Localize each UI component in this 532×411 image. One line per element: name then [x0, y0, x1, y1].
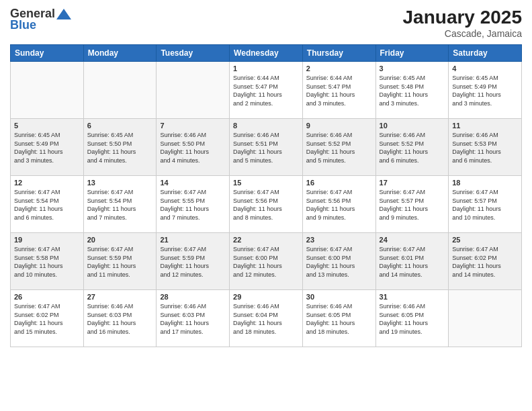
- cell-info: Sunrise: 6:47 AM Sunset: 5:57 PM Dayligh…: [452, 188, 518, 222]
- cell-info: Sunrise: 6:47 AM Sunset: 6:01 PM Dayligh…: [380, 245, 445, 279]
- cell-info: Sunrise: 6:46 AM Sunset: 6:03 PM Dayligh…: [160, 302, 226, 336]
- week-row-4: 19Sunrise: 6:47 AM Sunset: 5:58 PM Dayli…: [11, 233, 522, 290]
- calendar-cell: 7Sunrise: 6:46 AM Sunset: 5:50 PM Daylig…: [157, 119, 230, 176]
- day-number: 24: [380, 236, 445, 244]
- cell-info: Sunrise: 6:47 AM Sunset: 5:57 PM Dayligh…: [380, 188, 445, 222]
- day-number: 2: [306, 64, 372, 73]
- header-wednesday: Wednesday: [230, 45, 303, 62]
- day-number: 30: [306, 293, 372, 301]
- calendar-cell: 30Sunrise: 6:46 AM Sunset: 6:05 PM Dayli…: [302, 290, 375, 347]
- day-number: 18: [452, 179, 518, 187]
- calendar-cell: 5Sunrise: 6:45 AM Sunset: 5:49 PM Daylig…: [11, 119, 84, 176]
- calendar-cell: 4Sunrise: 6:45 AM Sunset: 5:49 PM Daylig…: [449, 62, 522, 119]
- calendar-cell: [83, 62, 157, 119]
- cell-info: Sunrise: 6:47 AM Sunset: 5:56 PM Dayligh…: [233, 188, 299, 222]
- week-row-3: 12Sunrise: 6:47 AM Sunset: 5:54 PM Dayli…: [11, 176, 522, 233]
- calendar-cell: 3Sunrise: 6:45 AM Sunset: 5:48 PM Daylig…: [375, 62, 449, 119]
- title-block: January 2025 Cascade, Jamaica: [403, 7, 522, 39]
- logo-icon: [56, 9, 71, 19]
- cell-info: Sunrise: 6:47 AM Sunset: 5:55 PM Dayligh…: [160, 188, 226, 222]
- cell-info: Sunrise: 6:46 AM Sunset: 5:50 PM Dayligh…: [160, 131, 226, 165]
- calendar-cell: 13Sunrise: 6:47 AM Sunset: 5:54 PM Dayli…: [83, 176, 157, 233]
- cell-info: Sunrise: 6:47 AM Sunset: 6:00 PM Dayligh…: [306, 245, 372, 279]
- cell-info: Sunrise: 6:46 AM Sunset: 5:51 PM Dayligh…: [233, 131, 299, 165]
- month-title: January 2025: [403, 7, 522, 28]
- cell-info: Sunrise: 6:47 AM Sunset: 6:00 PM Dayligh…: [233, 245, 299, 279]
- day-number: 31: [380, 293, 445, 301]
- day-number: 20: [87, 236, 153, 244]
- cell-info: Sunrise: 6:46 AM Sunset: 5:52 PM Dayligh…: [380, 131, 445, 165]
- cell-info: Sunrise: 6:45 AM Sunset: 5:49 PM Dayligh…: [452, 74, 518, 107]
- header-thursday: Thursday: [302, 45, 375, 62]
- header: General Blue January 2025 Cascade, Jamai…: [10, 7, 522, 39]
- day-number: 25: [452, 236, 518, 244]
- week-row-5: 26Sunrise: 6:47 AM Sunset: 6:02 PM Dayli…: [11, 290, 522, 347]
- day-number: 12: [14, 179, 80, 187]
- day-number: 15: [233, 179, 299, 187]
- logo: General Blue: [10, 7, 71, 32]
- calendar-cell: 23Sunrise: 6:47 AM Sunset: 6:00 PM Dayli…: [302, 233, 375, 290]
- cell-info: Sunrise: 6:47 AM Sunset: 5:59 PM Dayligh…: [160, 245, 226, 279]
- cell-info: Sunrise: 6:45 AM Sunset: 5:48 PM Dayligh…: [380, 74, 445, 107]
- cell-info: Sunrise: 6:45 AM Sunset: 5:49 PM Dayligh…: [14, 131, 80, 165]
- day-number: 14: [160, 179, 226, 187]
- calendar-cell: [11, 62, 84, 119]
- cell-info: Sunrise: 6:47 AM Sunset: 5:59 PM Dayligh…: [87, 245, 153, 279]
- calendar-cell: 31Sunrise: 6:46 AM Sunset: 6:05 PM Dayli…: [375, 290, 449, 347]
- day-number: 3: [380, 64, 445, 73]
- weekday-header-row: Sunday Monday Tuesday Wednesday Thursday…: [11, 45, 522, 62]
- cell-info: Sunrise: 6:47 AM Sunset: 5:54 PM Dayligh…: [87, 188, 153, 222]
- cell-info: Sunrise: 6:46 AM Sunset: 6:03 PM Dayligh…: [87, 302, 153, 336]
- calendar-cell: 27Sunrise: 6:46 AM Sunset: 6:03 PM Dayli…: [83, 290, 157, 347]
- calendar-cell: 28Sunrise: 6:46 AM Sunset: 6:03 PM Dayli…: [157, 290, 230, 347]
- calendar-cell: 12Sunrise: 6:47 AM Sunset: 5:54 PM Dayli…: [11, 176, 84, 233]
- calendar-cell: [157, 62, 230, 119]
- cell-info: Sunrise: 6:47 AM Sunset: 5:54 PM Dayligh…: [14, 188, 80, 222]
- day-number: 16: [306, 179, 372, 187]
- calendar-cell: 9Sunrise: 6:46 AM Sunset: 5:52 PM Daylig…: [302, 119, 375, 176]
- day-number: 10: [380, 122, 445, 130]
- logo-blue: Blue: [10, 18, 36, 32]
- day-number: 8: [233, 122, 299, 130]
- day-number: 4: [452, 64, 518, 73]
- calendar-cell: 8Sunrise: 6:46 AM Sunset: 5:51 PM Daylig…: [230, 119, 303, 176]
- calendar-cell: 2Sunrise: 6:44 AM Sunset: 5:47 PM Daylig…: [302, 62, 375, 119]
- calendar-cell: 26Sunrise: 6:47 AM Sunset: 6:02 PM Dayli…: [11, 290, 84, 347]
- calendar-cell: 6Sunrise: 6:45 AM Sunset: 5:50 PM Daylig…: [83, 119, 157, 176]
- day-number: 6: [87, 122, 153, 130]
- calendar-cell: 29Sunrise: 6:46 AM Sunset: 6:04 PM Dayli…: [230, 290, 303, 347]
- svg-marker-0: [56, 9, 71, 19]
- day-number: 17: [380, 179, 445, 187]
- cell-info: Sunrise: 6:44 AM Sunset: 5:47 PM Dayligh…: [233, 74, 299, 107]
- calendar-cell: 15Sunrise: 6:47 AM Sunset: 5:56 PM Dayli…: [230, 176, 303, 233]
- cell-info: Sunrise: 6:47 AM Sunset: 5:58 PM Dayligh…: [14, 245, 80, 279]
- day-number: 7: [160, 122, 226, 130]
- week-row-2: 5Sunrise: 6:45 AM Sunset: 5:49 PM Daylig…: [11, 119, 522, 176]
- day-number: 5: [14, 122, 80, 130]
- calendar-cell: [449, 290, 522, 347]
- calendar-cell: 24Sunrise: 6:47 AM Sunset: 6:01 PM Dayli…: [375, 233, 449, 290]
- day-number: 9: [306, 122, 372, 130]
- cell-info: Sunrise: 6:46 AM Sunset: 5:52 PM Dayligh…: [306, 131, 372, 165]
- header-sunday: Sunday: [11, 45, 84, 62]
- calendar-cell: 16Sunrise: 6:47 AM Sunset: 5:56 PM Dayli…: [302, 176, 375, 233]
- calendar-cell: 11Sunrise: 6:46 AM Sunset: 5:53 PM Dayli…: [449, 119, 522, 176]
- day-number: 23: [306, 236, 372, 244]
- calendar-table: Sunday Monday Tuesday Wednesday Thursday…: [10, 44, 522, 347]
- cell-info: Sunrise: 6:46 AM Sunset: 6:04 PM Dayligh…: [233, 302, 299, 336]
- day-number: 26: [14, 293, 80, 301]
- page: General Blue January 2025 Cascade, Jamai…: [0, 0, 532, 411]
- calendar-cell: 22Sunrise: 6:47 AM Sunset: 6:00 PM Dayli…: [230, 233, 303, 290]
- calendar-cell: 20Sunrise: 6:47 AM Sunset: 5:59 PM Dayli…: [83, 233, 157, 290]
- cell-info: Sunrise: 6:47 AM Sunset: 6:02 PM Dayligh…: [14, 302, 80, 336]
- cell-info: Sunrise: 6:45 AM Sunset: 5:50 PM Dayligh…: [87, 131, 153, 165]
- day-number: 19: [14, 236, 80, 244]
- calendar-cell: 17Sunrise: 6:47 AM Sunset: 5:57 PM Dayli…: [375, 176, 449, 233]
- day-number: 29: [233, 293, 299, 301]
- header-tuesday: Tuesday: [157, 45, 230, 62]
- calendar-cell: 14Sunrise: 6:47 AM Sunset: 5:55 PM Dayli…: [157, 176, 230, 233]
- header-saturday: Saturday: [449, 45, 522, 62]
- day-number: 28: [160, 293, 226, 301]
- cell-info: Sunrise: 6:47 AM Sunset: 5:56 PM Dayligh…: [306, 188, 372, 222]
- calendar-cell: 19Sunrise: 6:47 AM Sunset: 5:58 PM Dayli…: [11, 233, 84, 290]
